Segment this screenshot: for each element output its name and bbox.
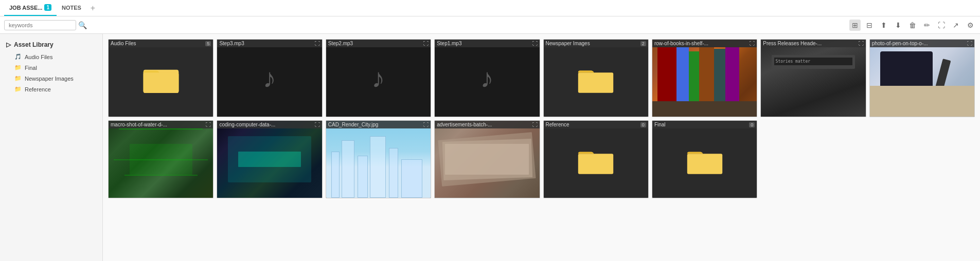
press-releases-label: Press Releases Heade-... [763, 41, 822, 46]
reference-badge: 0 [640, 122, 646, 127]
grid-row-1: Audio Files 5 [108, 39, 975, 117]
music-note-icon-1: ♪ [263, 63, 276, 94]
step3-expand: ⛶ [315, 41, 320, 46]
tab-notes[interactable]: NOTES [57, 0, 86, 16]
sidebar: ▷ Asset Library 🎵 Audio Files 📁 Final 📁 … [0, 34, 103, 261]
sidebar-item-reference[interactable]: 📁 Reference [0, 84, 102, 95]
audio-files-icon: 🎵 [14, 53, 22, 60]
sidebar-audio-files-label: Audio Files [25, 54, 52, 60]
folder-svg-4 [686, 143, 723, 175]
press-releases-expand: ⛶ [859, 41, 864, 46]
grid-item-newspaper-images[interactable]: Newspaper Images 2 [543, 39, 649, 117]
grid-item-city[interactable]: CAD_Render_City.jpg ⛶ [326, 120, 431, 198]
settings-button[interactable]: ⚙ [965, 20, 976, 31]
grid-item-circuit[interactable]: macro-shot-of-water-d-... ⛶ [108, 120, 213, 198]
svg-rect-6 [687, 154, 722, 174]
grid-item-step1[interactable]: Step1.mp3 ⛶ ♪ [434, 39, 540, 117]
music-note-icon-2: ♪ [371, 63, 385, 94]
city-expand: ⛶ [423, 122, 429, 127]
sidebar-item-audio-files[interactable]: 🎵 Audio Files [0, 51, 102, 62]
newspaper-images-label: Newspaper Images [546, 41, 590, 46]
grid-item-books[interactable]: row-of-books-in-shelf-... ⛶ [652, 39, 757, 117]
sidebar-collapse-icon: ▷ [6, 41, 11, 48]
folder-svg-3 [577, 143, 614, 175]
sidebar-newspaper-images-label: Newspaper Images [25, 76, 74, 82]
svg-rect-3 [143, 72, 178, 93]
view-grid-small-button[interactable]: ⊟ [864, 20, 875, 31]
toolbar-right: ⊞ ⊟ ⬆ ⬇ 🗑 ✏ ⛶ ↗ ⚙ [849, 20, 976, 31]
folder-svg [142, 62, 180, 94]
audio-files-label: Audio Files [111, 41, 136, 46]
books-label: row-of-books-in-shelf-... [654, 41, 708, 46]
sidebar-asset-library[interactable]: ▷ Asset Library [0, 38, 102, 51]
reference-folder-icon: 📁 [14, 86, 22, 92]
tab-add-button[interactable]: + [86, 0, 99, 16]
sidebar-final-label: Final [25, 65, 37, 71]
tab-bar: JOB ASSE... 1 NOTES + [0, 0, 980, 16]
newspaper-folder-icon: 📁 [14, 75, 22, 82]
step2-label: Step2.mp3 [328, 41, 353, 46]
step1-label: Step1.mp3 [437, 41, 461, 46]
grid-item-final[interactable]: Final 0 [652, 120, 757, 198]
view-grid-large-button[interactable]: ⊞ [849, 20, 861, 31]
final-badge: 0 [749, 122, 755, 127]
coding-label: coding-computer-data-... [219, 122, 275, 127]
sidebar-asset-library-label: Asset Library [14, 41, 54, 48]
final-folder-icon: 📁 [14, 64, 22, 71]
advertisements-label: advertisements-batch-... [437, 122, 492, 127]
grid-item-reference[interactable]: Reference 0 [543, 120, 649, 198]
export-button[interactable]: ↗ [950, 20, 961, 31]
folder-svg-2 [577, 62, 614, 94]
step1-expand: ⛶ [532, 41, 538, 46]
tab-job-assets-badge: 1 [44, 4, 51, 11]
grid-item-step3[interactable]: Step3.mp3 ⛶ ♪ [217, 39, 322, 117]
music-note-icon-3: ♪ [480, 63, 494, 94]
reference-label: Reference [546, 122, 569, 127]
sidebar-item-newspaper-images[interactable]: 📁 Newspaper Images [0, 73, 102, 84]
grid-row-2: macro-shot-of-water-d-... ⛶ [108, 120, 975, 198]
tab-job-assets-label: JOB ASSE... [9, 5, 42, 11]
search-input[interactable] [4, 20, 76, 30]
delete-button[interactable]: 🗑 [907, 20, 918, 31]
search-button[interactable]: 🔍 [78, 21, 87, 29]
step2-expand: ⛶ [423, 41, 429, 46]
grid-item-step2[interactable]: Step2.mp3 ⛶ ♪ [326, 39, 431, 117]
upload-button[interactable]: ⬆ [878, 20, 889, 31]
pen-photo-expand: ⛶ [967, 41, 972, 46]
city-label: CAD_Render_City.jpg [328, 122, 379, 127]
svg-rect-4 [578, 72, 613, 93]
tab-notes-label: NOTES [62, 5, 81, 11]
main-layout: ▷ Asset Library 🎵 Audio Files 📁 Final 📁 … [0, 34, 980, 261]
books-expand: ⛶ [750, 41, 755, 46]
circuit-label: macro-shot-of-water-d-... [111, 122, 167, 127]
svg-rect-5 [578, 154, 613, 174]
edit-button[interactable]: ✏ [921, 20, 933, 31]
newspaper-images-badge: 2 [640, 41, 646, 46]
grid-item-press-releases[interactable]: Press Releases Heade-... ⛶ Stories matte… [760, 39, 866, 117]
download-button[interactable]: ⬇ [893, 20, 904, 31]
content-area: Audio Files 5 [103, 34, 980, 261]
circuit-expand: ⛶ [206, 122, 211, 127]
final-label: Final [654, 122, 666, 127]
step3-label: Step3.mp3 [219, 41, 244, 46]
crop-button[interactable]: ⛶ [936, 20, 947, 31]
search-bar: 🔍 ⊞ ⊟ ⬆ ⬇ 🗑 ✏ ⛶ ↗ ⚙ [0, 16, 980, 34]
pen-photo-label: photo-of-pen-on-top-o-... [872, 41, 928, 46]
grid-item-pen-photo[interactable]: photo-of-pen-on-top-o-... ⛶ [869, 39, 975, 117]
sidebar-item-final[interactable]: 📁 Final [0, 62, 102, 73]
grid-item-audio-files[interactable]: Audio Files 5 [108, 39, 213, 117]
tab-job-assets[interactable]: JOB ASSE... 1 [4, 0, 57, 16]
audio-files-badge: 5 [205, 41, 211, 46]
grid-item-advertisements[interactable]: advertisements-batch-... ⛶ [434, 120, 540, 198]
sidebar-reference-label: Reference [25, 86, 51, 92]
coding-expand: ⛶ [315, 122, 320, 127]
grid-item-coding[interactable]: coding-computer-data-... ⛶ [217, 120, 322, 198]
advertisements-expand: ⛶ [532, 122, 538, 127]
